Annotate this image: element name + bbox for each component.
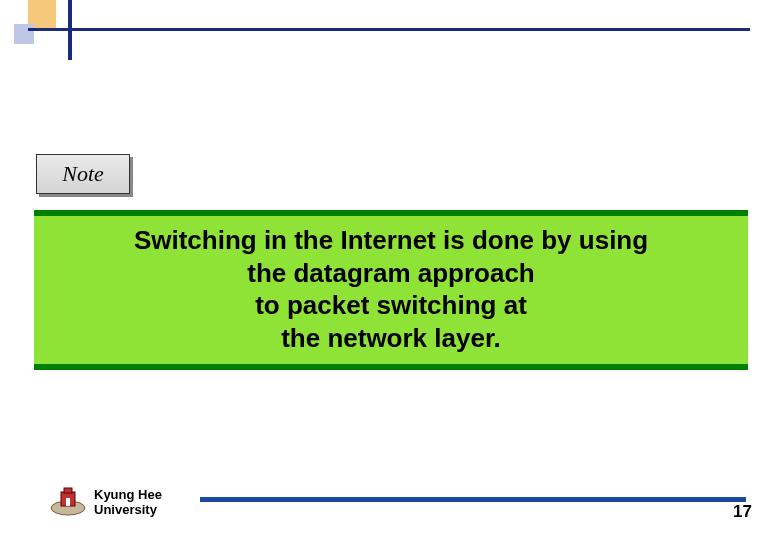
university-name: Kyung Hee University: [94, 488, 162, 518]
footer: Kyung Hee University 17: [0, 476, 780, 522]
content-line: the network layer.: [44, 322, 738, 355]
footer-rule: [200, 497, 746, 502]
content-block: Switching in the Internet is done by usi…: [34, 210, 748, 370]
note-label: Note: [62, 161, 104, 187]
content-line: the datagram approach: [44, 257, 738, 290]
svg-rect-2: [64, 488, 72, 493]
header-decoration: [0, 0, 780, 60]
university-logo-icon: [48, 486, 88, 516]
university-name-line: University: [94, 503, 162, 518]
page-number: 17: [733, 502, 752, 522]
content-body: Switching in the Internet is done by usi…: [34, 216, 748, 364]
note-label-box: Note: [36, 154, 130, 194]
content-bottom-rule: [34, 364, 748, 370]
decor-horizontal-line: [28, 28, 750, 31]
decor-square-blue: [14, 24, 34, 44]
svg-rect-3: [66, 498, 70, 506]
content-line: Switching in the Internet is done by usi…: [44, 224, 738, 257]
university-name-line: Kyung Hee: [94, 488, 162, 503]
content-line: to packet switching at: [44, 289, 738, 322]
